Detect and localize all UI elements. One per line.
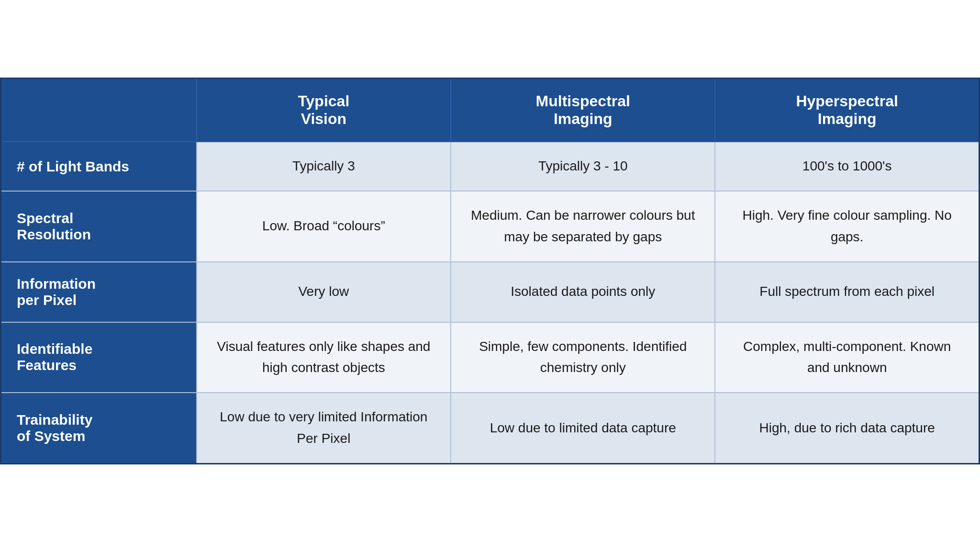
row-label: IdentifiableFeatures xyxy=(1,322,197,393)
cell-multi-4: Low due to limited data capture xyxy=(451,393,715,463)
table-row: SpectralResolutionLow. Broad “colours”Me… xyxy=(1,191,980,262)
cell-typical-3: Visual features only like shapes and hig… xyxy=(197,322,451,393)
table-row: IdentifiableFeaturesVisual features only… xyxy=(1,322,980,393)
cell-typical-4: Low due to very limited Information Per … xyxy=(197,393,451,463)
header-hyper: HyperspectralImaging xyxy=(715,79,979,142)
cell-multi-0: Typically 3 - 10 xyxy=(451,142,715,191)
row-label: SpectralResolution xyxy=(1,191,197,262)
cell-multi-2: Isolated data points only xyxy=(451,262,715,322)
cell-typical-0: Typically 3 xyxy=(197,142,451,191)
comparison-table: TypicalVision MultispectralImaging Hyper… xyxy=(0,78,980,464)
row-label: Trainabilityof System xyxy=(1,393,197,463)
header-multi: MultispectralImaging xyxy=(451,79,715,142)
row-label: Informationper Pixel xyxy=(1,262,197,322)
table-row: Informationper PixelVery lowIsolated dat… xyxy=(1,262,980,322)
cell-hyper-0: 100's to 1000's xyxy=(715,142,979,191)
cell-typical-2: Very low xyxy=(197,262,451,322)
header-empty xyxy=(1,79,197,142)
row-label: # of Light Bands xyxy=(1,142,197,191)
cell-multi-1: Medium. Can be narrower colours but may … xyxy=(451,191,715,262)
cell-typical-1: Low. Broad “colours” xyxy=(197,191,451,262)
table-row: Trainabilityof SystemLow due to very lim… xyxy=(1,393,980,463)
cell-hyper-4: High, due to rich data capture xyxy=(715,393,979,463)
cell-multi-3: Simple, few components. Identified chemi… xyxy=(451,322,715,393)
cell-hyper-1: High. Very fine colour sampling. No gaps… xyxy=(715,191,979,262)
cell-hyper-2: Full spectrum from each pixel xyxy=(715,262,979,322)
cell-hyper-3: Complex, multi-component. Known and unkn… xyxy=(715,322,979,393)
header-row: TypicalVision MultispectralImaging Hyper… xyxy=(1,79,980,142)
table-row: # of Light BandsTypically 3Typically 3 -… xyxy=(1,142,980,191)
header-typical: TypicalVision xyxy=(197,79,451,142)
